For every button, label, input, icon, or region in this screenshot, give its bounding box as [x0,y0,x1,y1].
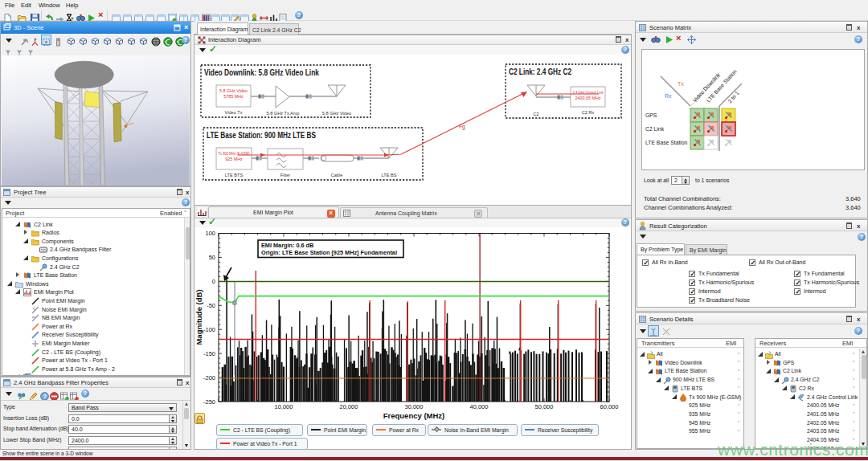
svg-text:-200: -200 [203,374,215,381]
svg-text:5785 MHz: 5785 MHz [223,94,244,99]
svg-text:-100: -100 [203,326,215,333]
svg-text:LTE Base Station: LTE Base Station [645,140,688,145]
svg-text:10,000: 10,000 [275,403,293,410]
svg-text:30,000: 30,000 [405,403,424,410]
svg-text:2400.05 MHz: 2400.05 MHz [575,96,600,100]
svg-text:5.8 GHz Video: 5.8 GHz Video [219,88,248,93]
svg-text:-250: -250 [203,398,215,406]
svg-text:925 MHz: 925 MHz [225,157,243,161]
svg-text:Tx: Tx [678,81,684,87]
svg-text:50: 50 [209,254,215,261]
svg-text:Magnitude (dB): Magnitude (dB) [194,289,203,345]
svg-text:C2 Link: 2.4 GHz C2: C2 Link: 2.4 GHz C2 [509,67,571,76]
svg-text:Video Tx: Video Tx [225,110,243,115]
svg-text:C2 Link: C2 Link [645,126,665,132]
svg-text:LTE BS: LTE BS [382,173,397,177]
svg-text:Video Downlink: 5.8 GHz Video: Video Downlink: 5.8 GHz Video Link [204,67,319,77]
svg-text:5.8 GHz Video: 5.8 GHz Video [322,111,351,116]
svg-text:Frequency (MHz): Frequency (MHz) [383,411,445,420]
svg-text:Origin: LTE Base Station [925: Origin: LTE Base Station [925 MHz] Funda… [261,249,397,256]
svg-text:Cable: Cable [331,173,343,177]
svg-text:Rx: Rx [665,93,672,99]
svg-text:LTE Base Station: 900 MHz LTE: LTE Base Station: 900 MHz LTE BS [207,130,316,140]
svg-text:100: 100 [205,230,215,237]
svg-text:60,000: 60,000 [600,403,619,410]
svg-text:GPS: GPS [645,112,657,118]
svg-text:C2 Rx: C2 Rx [582,110,595,115]
svg-text:50,000: 50,000 [535,403,554,410]
svg-text:5.8 GHz Tx Amp: 5.8 GHz Tx Amp [267,111,300,116]
svg-text:20,000: 20,000 [340,403,358,410]
svg-text:EMI Margin: 0.6 dB: EMI Margin: 0.6 dB [261,242,313,249]
svg-text:C2: C2 [533,112,538,116]
svg-text:Filter: Filter [280,173,291,177]
svg-text:-50: -50 [207,302,215,309]
svg-text:40,000: 40,000 [470,403,489,410]
svg-text:-150: -150 [203,350,215,357]
svg-text:LTE BTS: LTE BTS [225,173,244,177]
svg-text:0: 0 [212,278,215,285]
svg-text:Fg: Fg [459,124,465,130]
